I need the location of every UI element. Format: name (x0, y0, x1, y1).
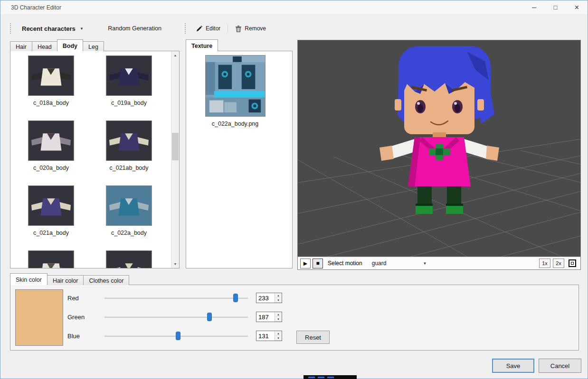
thumbnail-grid: c_018a_body c_019a_body (28, 55, 152, 268)
fullscreen-button[interactable] (567, 258, 578, 268)
green-slider[interactable] (104, 312, 248, 322)
green-value-input[interactable] (256, 312, 275, 322)
blue-label: Blue (67, 333, 104, 340)
spin-up-button[interactable]: ▲ (275, 312, 282, 317)
texture-item[interactable]: c_022a_body.png (205, 55, 266, 127)
spin-down-button[interactable]: ▼ (275, 298, 282, 303)
part-thumbnail[interactable] (28, 250, 74, 268)
stop-button[interactable]: ■ (313, 259, 323, 268)
tab-body[interactable]: Body (57, 39, 83, 51)
spin-down-button[interactable]: ▼ (275, 317, 282, 322)
body-parts-list: c_018a_body c_019a_body (10, 51, 180, 268)
spin-up-button[interactable]: ▲ (275, 293, 282, 298)
viewport-right-controls: 1x 2x (539, 258, 578, 268)
save-button[interactable]: Save (492, 359, 534, 373)
speed-1x-button[interactable]: 1x (539, 259, 550, 268)
character-model (379, 46, 499, 214)
recent-characters-label: Recent characters (22, 25, 76, 32)
red-label: Red (67, 295, 104, 302)
part-thumbnail[interactable] (106, 185, 152, 226)
minimize-icon: ─ (532, 4, 536, 11)
character-part-item[interactable]: c_018a_body (28, 55, 74, 106)
speed-2x-button[interactable]: 2x (553, 259, 564, 268)
scroll-up-button[interactable]: ▲ (171, 51, 179, 59)
tab-leg[interactable]: Leg (83, 41, 104, 51)
character-part-item-selected[interactable]: c_022a_body (106, 185, 152, 236)
texture-panel: c_022a_body.png (186, 51, 293, 268)
window-title: 3D Character Editor (11, 4, 61, 11)
part-label: c_018a_body (19, 100, 84, 106)
slider-track (104, 316, 248, 318)
play-button[interactable]: ▶ (300, 259, 311, 268)
reset-button[interactable]: Reset (296, 331, 330, 344)
character-part-item[interactable] (106, 250, 152, 268)
part-label: c_021a_body (19, 230, 84, 236)
part-thumbnail[interactable] (106, 120, 152, 161)
toolbar-grip (10, 23, 12, 34)
part-thumbnail[interactable] (106, 250, 152, 268)
red-value-input[interactable] (256, 293, 275, 303)
close-button[interactable]: × (566, 0, 588, 15)
arrow-down-icon: ▼ (277, 337, 280, 340)
blue-spinner: ▲ ▼ (275, 331, 282, 341)
play-icon: ▶ (303, 260, 307, 267)
blue-slider[interactable] (104, 331, 248, 341)
trash-icon (235, 25, 242, 32)
library-toolbar: Recent characters ▾ Random Generation (10, 21, 161, 36)
cancel-button[interactable]: Cancel (539, 359, 581, 373)
editor-toolbar: Editor Remove (185, 21, 271, 36)
part-thumbnail[interactable] (106, 55, 152, 96)
red-number-box[interactable]: ▲ ▼ (256, 293, 282, 303)
maximize-button[interactable]: □ (545, 0, 566, 15)
fullscreen-icon (569, 259, 576, 267)
part-label: c_022a_body (96, 230, 161, 236)
select-motion-label: Select motion (328, 260, 362, 267)
character-part-item[interactable]: c_021a_body (28, 185, 74, 236)
tab-hair[interactable]: Hair (10, 41, 32, 51)
minimize-button[interactable]: ─ (523, 0, 545, 15)
green-number-box[interactable]: ▲ ▼ (256, 312, 282, 322)
character-part-item[interactable]: c_019a_body (106, 55, 152, 106)
part-tabs: Hair Head Body Leg (10, 40, 104, 51)
texture-filename: c_022a_body.png (197, 120, 273, 127)
tab-hair-color[interactable]: Hair color (47, 275, 84, 285)
arrow-down-icon: ▼ (277, 318, 280, 321)
tab-head[interactable]: Head (32, 41, 57, 51)
spin-up-button[interactable]: ▲ (275, 331, 282, 336)
list-scrollbar[interactable]: ▲ ▼ (171, 51, 179, 268)
green-slider-row: Green ▲ ▼ (67, 310, 282, 324)
slider-thumb[interactable] (176, 332, 180, 340)
part-thumbnail[interactable] (28, 55, 74, 96)
slider-thumb[interactable] (207, 313, 212, 321)
motion-dropdown[interactable]: guard ▾ (370, 259, 428, 268)
character-part-item[interactable]: c_021ab_body (106, 120, 152, 171)
remove-button[interactable]: Remove (230, 23, 271, 35)
tab-texture[interactable]: Texture (186, 39, 218, 51)
texture-thumbnail[interactable] (205, 55, 266, 117)
part-thumbnail[interactable] (28, 120, 74, 161)
random-generation-button[interactable]: Random Generation (108, 25, 161, 32)
part-label: c_021ab_body (96, 165, 161, 171)
character-render[interactable] (298, 40, 581, 258)
character-part-item[interactable]: c_020a_body (28, 120, 74, 171)
color-preview-swatch (15, 289, 63, 346)
slider-thumb[interactable] (233, 294, 238, 302)
tab-skin-color[interactable]: Skin color (10, 273, 47, 285)
editor-label: Editor (206, 25, 220, 32)
scroll-down-button[interactable]: ▼ (171, 260, 179, 268)
blue-number-box[interactable]: ▲ ▼ (256, 331, 282, 341)
blue-value-input[interactable] (256, 331, 275, 341)
taskbar-fragment (303, 375, 357, 379)
scrollbar-thumb[interactable] (172, 133, 179, 160)
toolbar-separator (228, 24, 228, 33)
editor-button[interactable]: Editor (190, 23, 226, 35)
recent-characters-dropdown[interactable]: Recent characters ▾ (16, 23, 88, 35)
red-slider[interactable] (104, 293, 248, 303)
character-part-item[interactable] (28, 250, 74, 268)
viewport-3d[interactable]: ▶ ■ Select motion guard ▾ 1x 2x (297, 40, 581, 270)
part-thumbnail[interactable] (28, 185, 74, 226)
spin-down-button[interactable]: ▼ (275, 336, 282, 341)
tab-clothes-color[interactable]: Clothes color (83, 275, 129, 285)
close-icon: × (575, 3, 579, 12)
arrow-down-icon: ▼ (174, 262, 177, 266)
